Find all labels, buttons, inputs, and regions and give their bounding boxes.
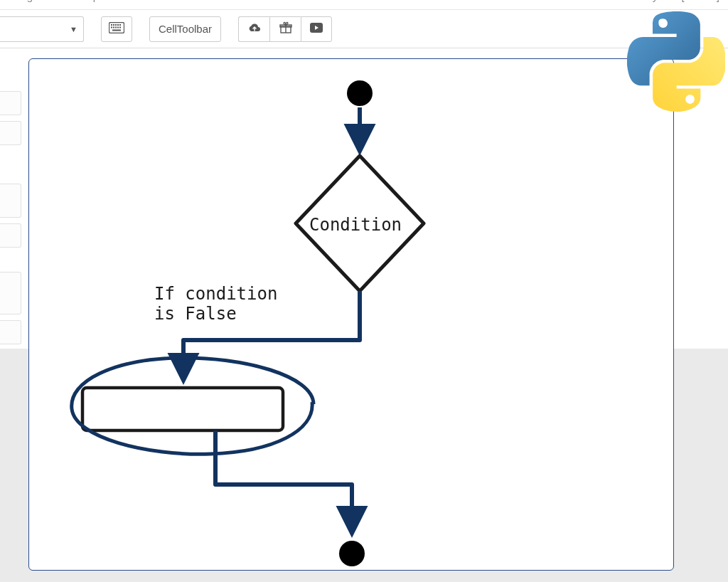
- menu-item-help[interactable]: Help: [77, 0, 99, 6]
- cell-gutter: [0, 272, 21, 314]
- cell-gutter: [0, 320, 21, 344]
- flowchart-svg: [29, 59, 675, 571]
- menubar: Widgets Help Python [default]: [0, 0, 728, 10]
- cloud-upload-icon: [247, 22, 262, 36]
- svg-rect-4: [117, 24, 119, 26]
- extra-buttons-group: [238, 16, 332, 42]
- svg-rect-5: [119, 24, 121, 26]
- svg-rect-18: [82, 388, 283, 430]
- svg-rect-11: [112, 30, 121, 31]
- svg-point-19: [339, 541, 365, 566]
- svg-rect-2: [113, 24, 114, 26]
- false-branch-label: If condition is False: [154, 284, 277, 324]
- output-cell: Condition If condition is False: [28, 58, 674, 571]
- svg-rect-6: [111, 27, 112, 28]
- python-logo: [627, 7, 725, 114]
- svg-rect-8: [115, 27, 117, 28]
- gift-icon: [279, 21, 292, 36]
- svg-rect-1: [111, 24, 112, 26]
- condition-label: Condition: [309, 215, 402, 235]
- cell-gutter: [0, 121, 21, 145]
- svg-rect-3: [115, 24, 117, 26]
- kernel-indicator: Python [default]: [646, 0, 719, 6]
- video-button[interactable]: [301, 16, 332, 42]
- svg-point-16: [347, 80, 373, 106]
- youtube-icon: [309, 22, 323, 36]
- keyboard-icon: [109, 22, 124, 36]
- svg-rect-7: [113, 27, 114, 28]
- toolbar: ▼ CellToolbar: [0, 10, 728, 48]
- cell-gutter: [0, 91, 21, 115]
- command-palette-button[interactable]: [101, 16, 132, 42]
- publish-button[interactable]: [238, 16, 269, 42]
- menu-item-widgets[interactable]: Widgets: [9, 0, 47, 6]
- dropdown-caret-icon: ▼: [70, 25, 77, 33]
- gift-button[interactable]: [269, 16, 301, 42]
- cell-toolbar-button[interactable]: CellToolbar: [149, 16, 221, 42]
- svg-rect-9: [117, 27, 119, 28]
- cell-toolbar-label: CellToolbar: [159, 23, 212, 35]
- cell-gutter: [0, 184, 21, 218]
- svg-rect-10: [119, 27, 121, 28]
- cell-gutter: [0, 223, 21, 248]
- cell-type-select[interactable]: ▼: [0, 16, 84, 42]
